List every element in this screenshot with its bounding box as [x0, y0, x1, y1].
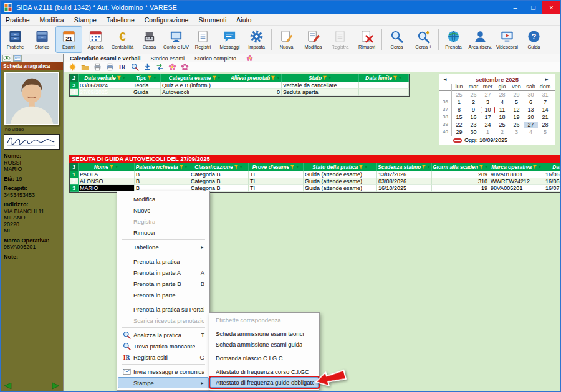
- column-header-prove-d-esame[interactable]: Prove d'esame▼: [249, 163, 304, 171]
- cell[interactable]: 19: [432, 185, 489, 192]
- toolbar-guida-button[interactable]: ?Guida: [520, 26, 547, 53]
- toolbar-nuova-button[interactable]: Nuova: [273, 26, 300, 53]
- next-record-icon[interactable]: [52, 382, 60, 390]
- cell[interactable]: 27/09/2025: [79, 89, 132, 96]
- calendar-day[interactable]: 5: [509, 99, 524, 106]
- menu-item-analizza-la-pratica[interactable]: Analizza la praticaT: [118, 329, 209, 340]
- toolbar-imposta-button[interactable]: Imposta: [243, 26, 270, 53]
- maximize-button[interactable]: □: [524, 1, 542, 14]
- calendar-day[interactable]: 12: [509, 107, 524, 113]
- toolbar-modifica-button[interactable]: Modifica: [300, 26, 327, 53]
- cell[interactable]: 16/06: [544, 178, 560, 185]
- cell[interactable]: 13/07/2026: [377, 171, 432, 178]
- calendar-day[interactable]: 26: [509, 122, 524, 128]
- calendar-day[interactable]: 16: [466, 114, 481, 121]
- cell[interactable]: Guida: [132, 89, 161, 96]
- menu-item-stampe[interactable]: Stampe►: [118, 377, 209, 388]
- calendar-day[interactable]: 21: [538, 114, 552, 121]
- toolbar-messaggi-button[interactable]: Messaggi: [216, 26, 243, 53]
- calendar-day[interactable]: 20: [524, 114, 538, 121]
- cell[interactable]: Teoria: [132, 82, 161, 89]
- toolbar-storico-button[interactable]: Storico: [29, 26, 55, 53]
- magnifier-icon[interactable]: [131, 63, 139, 71]
- calendar-day[interactable]: 2: [495, 129, 509, 136]
- menu-item-invia-messaggi-e-comunicazioni[interactable]: Invia messaggi e comunicazioni: [118, 366, 209, 377]
- menu-item-attestato-di-frequenza-corso-c-i-gc[interactable]: Attestato di frequenza corso C.I.GC: [210, 366, 319, 377]
- calendar-next-icon[interactable]: ►: [544, 77, 552, 82]
- menu-item-rimuovi[interactable]: Rimuovi: [118, 227, 209, 238]
- cell[interactable]: 98VA005201: [489, 185, 544, 192]
- cell[interactable]: Categoria B: [189, 171, 249, 178]
- column-header-tipo[interactable]: Tipo▼: [132, 74, 161, 82]
- calendar-day[interactable]: 15: [452, 114, 466, 121]
- cell[interactable]: [359, 82, 409, 89]
- menu-item-tabellone[interactable]: Tabellone►: [118, 241, 209, 252]
- menu-item-prenota-in-parte-b[interactable]: Prenota in parte BB: [118, 278, 209, 289]
- menu-item-scheda-ammissione-esami-teorici[interactable]: Scheda ammissione esami teorici: [210, 328, 319, 339]
- tab-storico-esami[interactable]: Storico esami: [151, 55, 185, 62]
- flower-alt-icon[interactable]: [181, 63, 189, 71]
- column-header-data-verbale[interactable]: Data verbale▼: [79, 74, 132, 82]
- calendar-day[interactable]: 17: [481, 114, 495, 121]
- print-icon[interactable]: [94, 63, 102, 71]
- cell[interactable]: 03/08/2026: [377, 178, 432, 185]
- calendar-day[interactable]: 18: [495, 114, 509, 121]
- toolbar-prenota-button[interactable]: Prenota: [440, 26, 467, 53]
- cell[interactable]: Guida (attende esame): [304, 171, 377, 178]
- toolbar-videocorsi-button[interactable]: Videocorsi: [494, 26, 520, 53]
- cell[interactable]: Seduta aperta: [282, 89, 359, 96]
- calendar-day[interactable]: 3: [509, 129, 524, 136]
- toolbar-contabilit-button[interactable]: €Contabilità: [109, 26, 136, 53]
- toolbar-cassa-button[interactable]: Cassa: [136, 26, 163, 53]
- menubar-item-stampe[interactable]: Stampe: [69, 14, 102, 26]
- calendar-day[interactable]: 10: [481, 107, 495, 113]
- calendar-day[interactable]: 30: [466, 129, 481, 136]
- calendar-day[interactable]: 8: [452, 107, 466, 113]
- table-row[interactable]: 2ALONSOBCategoria BTIGuida (attende esam…: [70, 178, 560, 185]
- calendar-day[interactable]: 29: [452, 129, 466, 136]
- calendar-day[interactable]: 28: [495, 92, 509, 98]
- cell[interactable]: Guida (attende esame): [304, 185, 377, 192]
- prev-record-icon[interactable]: [3, 382, 12, 390]
- column-header-data-limite[interactable]: Data limite▼: [359, 74, 409, 82]
- menu-item-modifica[interactable]: Modifica: [118, 193, 209, 204]
- calendar-day[interactable]: 23: [466, 122, 481, 128]
- minimize-button[interactable]: –: [506, 1, 524, 14]
- column-header-patente-richiesta[interactable]: Patente richiesta▼: [135, 163, 189, 171]
- menu-item-attestato-di-frequenza-guide-obbligatorie[interactable]: Attestato di frequenza guide obbligatori…: [210, 377, 319, 388]
- tab-calendario-esami-e-verbali[interactable]: Calendario esami e verbali: [70, 55, 141, 62]
- cell[interactable]: 310: [432, 178, 489, 185]
- cell[interactable]: 289: [432, 171, 489, 178]
- cell[interactable]: TI: [249, 185, 304, 192]
- calendar-day[interactable]: 25: [452, 92, 466, 98]
- menu-item-prenota-la-pratica-su-portale[interactable]: Prenota la pratica su Portale: [118, 304, 209, 315]
- column-header-marca-operativa[interactable]: Marca operativa▼: [489, 163, 544, 171]
- close-button[interactable]: ×: [542, 1, 560, 14]
- cell[interactable]: [359, 89, 409, 96]
- menu-item-scheda-ammissione-esami-guida[interactable]: Scheda ammissione esami guida: [210, 339, 319, 350]
- toolbar-rimuovi-button[interactable]: Rimuovi: [353, 26, 380, 53]
- menu-item-prenota-in-parte[interactable]: Prenota in parte...: [118, 289, 209, 300]
- column-header-stato-della-pratica[interactable]: Stato della pratica▼: [304, 163, 377, 171]
- star-icon[interactable]: [69, 63, 77, 71]
- calendar-day[interactable]: 2: [466, 99, 481, 106]
- calendar-day[interactable]: 6: [524, 99, 538, 106]
- cell[interactable]: TI: [249, 171, 304, 178]
- cell[interactable]: 16/06: [544, 171, 560, 178]
- toolbar-area-riserv-button[interactable]: Area riserv.: [467, 26, 494, 53]
- cell[interactable]: PAOLA: [79, 171, 135, 178]
- eye-icon[interactable]: [2, 55, 11, 62]
- menubar-item-tabellone[interactable]: Tabellone: [102, 14, 140, 26]
- calendar-day[interactable]: 30: [524, 92, 538, 98]
- column-header-stato[interactable]: Stato▼: [282, 74, 359, 82]
- toolbar-registri-button[interactable]: Registri: [189, 26, 216, 53]
- toolbar-pratiche-button[interactable]: Pratiche: [2, 26, 29, 53]
- calendar-day[interactable]: 24: [481, 122, 495, 128]
- menubar-item-pratiche[interactable]: Pratiche: [1, 14, 35, 26]
- tab-storico-completo[interactable]: Storico completo: [194, 55, 236, 62]
- menu-item-prenota-in-parte-a[interactable]: Prenota in parte AA: [118, 267, 209, 278]
- calendar-day[interactable]: 22: [452, 122, 466, 128]
- menu-item-prenota-la-pratica[interactable]: Prenota la pratica: [118, 256, 209, 267]
- toolbar-agenda-button[interactable]: Agenda: [82, 26, 109, 53]
- calendar-day[interactable]: 27: [481, 92, 495, 98]
